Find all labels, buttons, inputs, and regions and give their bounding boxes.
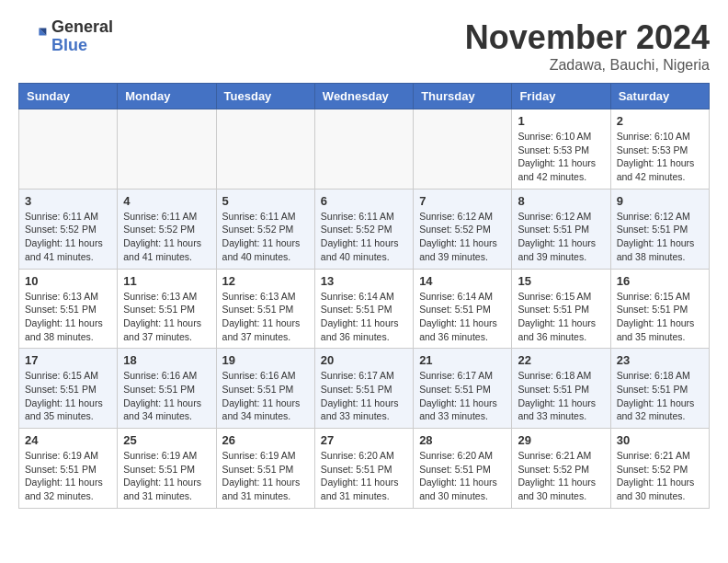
calendar-week-row: 1Sunrise: 6:10 AMSunset: 5:53 PMDaylight… <box>19 109 710 190</box>
calendar-day-cell: 13Sunrise: 6:14 AMSunset: 5:51 PMDayligh… <box>314 269 413 349</box>
calendar-day-cell: 9Sunrise: 6:12 AMSunset: 5:51 PMDaylight… <box>610 189 709 269</box>
calendar-day-cell: 14Sunrise: 6:14 AMSunset: 5:51 PMDayligh… <box>414 269 512 349</box>
day-info: Sunrise: 6:10 AMSunset: 5:53 PMDaylight:… <box>518 130 604 184</box>
day-number: 11 <box>123 274 210 288</box>
calendar-week-row: 10Sunrise: 6:13 AMSunset: 5:51 PMDayligh… <box>19 269 710 349</box>
day-number: 7 <box>419 194 506 208</box>
calendar-day-cell: 25Sunrise: 6:19 AMSunset: 5:51 PMDayligh… <box>118 429 216 509</box>
calendar-day-cell: 22Sunrise: 6:18 AMSunset: 5:51 PMDayligh… <box>512 349 610 429</box>
day-number: 12 <box>222 274 309 288</box>
calendar-week-row: 17Sunrise: 6:15 AMSunset: 5:51 PMDayligh… <box>19 349 710 429</box>
day-info: Sunrise: 6:11 AMSunset: 5:52 PMDaylight:… <box>123 210 210 264</box>
day-number: 13 <box>321 274 407 288</box>
day-info: Sunrise: 6:11 AMSunset: 5:52 PMDaylight:… <box>222 210 309 264</box>
day-number: 22 <box>518 353 604 367</box>
day-info: Sunrise: 6:12 AMSunset: 5:51 PMDaylight:… <box>617 210 703 264</box>
day-info: Sunrise: 6:12 AMSunset: 5:51 PMDaylight:… <box>518 210 604 264</box>
calendar-day-cell: 10Sunrise: 6:13 AMSunset: 5:51 PMDayligh… <box>19 269 118 349</box>
day-number: 10 <box>25 274 111 288</box>
day-info: Sunrise: 6:16 AMSunset: 5:51 PMDaylight:… <box>123 369 210 423</box>
weekday-header-wednesday: Wednesday <box>314 84 413 109</box>
calendar-day-cell <box>118 109 216 190</box>
day-number: 20 <box>321 353 407 367</box>
weekday-header-tuesday: Tuesday <box>216 84 314 109</box>
calendar-day-cell <box>19 109 118 190</box>
day-number: 28 <box>419 433 506 447</box>
day-number: 8 <box>518 194 604 208</box>
weekday-header-thursday: Thursday <box>414 84 512 109</box>
calendar-week-row: 3Sunrise: 6:11 AMSunset: 5:52 PMDaylight… <box>19 189 710 269</box>
month-title: November 2024 <box>465 18 710 57</box>
day-info: Sunrise: 6:15 AMSunset: 5:51 PMDaylight:… <box>518 290 604 344</box>
day-info: Sunrise: 6:16 AMSunset: 5:51 PMDaylight:… <box>222 369 309 423</box>
day-number: 9 <box>617 194 703 208</box>
day-number: 17 <box>25 353 111 367</box>
calendar-day-cell: 27Sunrise: 6:20 AMSunset: 5:51 PMDayligh… <box>314 429 413 509</box>
day-number: 23 <box>617 353 703 367</box>
weekday-header-monday: Monday <box>118 84 216 109</box>
day-number: 25 <box>123 433 210 447</box>
calendar-day-cell: 24Sunrise: 6:19 AMSunset: 5:51 PMDayligh… <box>19 429 118 509</box>
weekday-header-row: SundayMondayTuesdayWednesdayThursdayFrid… <box>19 84 710 109</box>
day-info: Sunrise: 6:19 AMSunset: 5:51 PMDaylight:… <box>222 449 309 503</box>
title-section: November 2024 Zadawa, Bauchi, Nigeria <box>465 18 710 74</box>
day-number: 18 <box>123 353 210 367</box>
day-info: Sunrise: 6:13 AMSunset: 5:51 PMDaylight:… <box>25 290 111 344</box>
svg-rect-0 <box>18 22 48 52</box>
calendar-day-cell: 26Sunrise: 6:19 AMSunset: 5:51 PMDayligh… <box>216 429 314 509</box>
weekday-header-saturday: Saturday <box>610 84 709 109</box>
day-info: Sunrise: 6:17 AMSunset: 5:51 PMDaylight:… <box>321 369 407 423</box>
day-number: 27 <box>321 433 407 447</box>
calendar-day-cell: 16Sunrise: 6:15 AMSunset: 5:51 PMDayligh… <box>610 269 709 349</box>
day-info: Sunrise: 6:19 AMSunset: 5:51 PMDaylight:… <box>25 449 111 503</box>
day-number: 6 <box>321 194 407 208</box>
day-number: 16 <box>617 274 703 288</box>
day-number: 14 <box>419 274 506 288</box>
day-info: Sunrise: 6:17 AMSunset: 5:51 PMDaylight:… <box>419 369 506 423</box>
calendar-day-cell: 21Sunrise: 6:17 AMSunset: 5:51 PMDayligh… <box>414 349 512 429</box>
day-number: 15 <box>518 274 604 288</box>
weekday-header-sunday: Sunday <box>19 84 118 109</box>
day-info: Sunrise: 6:20 AMSunset: 5:51 PMDaylight:… <box>321 449 407 503</box>
calendar-day-cell <box>216 109 314 190</box>
calendar-day-cell: 3Sunrise: 6:11 AMSunset: 5:52 PMDaylight… <box>19 189 118 269</box>
calendar-day-cell: 23Sunrise: 6:18 AMSunset: 5:51 PMDayligh… <box>610 349 709 429</box>
day-info: Sunrise: 6:14 AMSunset: 5:51 PMDaylight:… <box>419 290 506 344</box>
calendar-day-cell: 17Sunrise: 6:15 AMSunset: 5:51 PMDayligh… <box>19 349 118 429</box>
day-info: Sunrise: 6:10 AMSunset: 5:53 PMDaylight:… <box>617 130 703 184</box>
day-number: 30 <box>617 433 703 447</box>
calendar-day-cell: 29Sunrise: 6:21 AMSunset: 5:52 PMDayligh… <box>512 429 610 509</box>
day-info: Sunrise: 6:11 AMSunset: 5:52 PMDaylight:… <box>321 210 407 264</box>
calendar-day-cell: 8Sunrise: 6:12 AMSunset: 5:51 PMDaylight… <box>512 189 610 269</box>
day-info: Sunrise: 6:11 AMSunset: 5:52 PMDaylight:… <box>25 210 111 264</box>
day-number: 21 <box>419 353 506 367</box>
calendar-day-cell: 11Sunrise: 6:13 AMSunset: 5:51 PMDayligh… <box>118 269 216 349</box>
day-info: Sunrise: 6:15 AMSunset: 5:51 PMDaylight:… <box>25 369 111 423</box>
day-number: 3 <box>25 194 111 208</box>
calendar-day-cell: 2Sunrise: 6:10 AMSunset: 5:53 PMDaylight… <box>610 109 709 190</box>
day-info: Sunrise: 6:18 AMSunset: 5:51 PMDaylight:… <box>518 369 604 423</box>
calendar-day-cell: 19Sunrise: 6:16 AMSunset: 5:51 PMDayligh… <box>216 349 314 429</box>
calendar-day-cell: 20Sunrise: 6:17 AMSunset: 5:51 PMDayligh… <box>314 349 413 429</box>
day-info: Sunrise: 6:14 AMSunset: 5:51 PMDaylight:… <box>321 290 407 344</box>
weekday-header-friday: Friday <box>512 84 610 109</box>
day-info: Sunrise: 6:15 AMSunset: 5:51 PMDaylight:… <box>617 290 703 344</box>
day-info: Sunrise: 6:20 AMSunset: 5:51 PMDaylight:… <box>419 449 506 503</box>
day-info: Sunrise: 6:13 AMSunset: 5:51 PMDaylight:… <box>123 290 210 344</box>
location-text: Zadawa, Bauchi, Nigeria <box>465 57 710 74</box>
logo: General Blue <box>18 18 113 55</box>
logo-text: General Blue <box>51 18 113 55</box>
calendar-table: SundayMondayTuesdayWednesdayThursdayFrid… <box>18 83 710 509</box>
calendar-day-cell: 1Sunrise: 6:10 AMSunset: 5:53 PMDaylight… <box>512 109 610 190</box>
logo-blue-text: Blue <box>51 37 113 55</box>
day-number: 26 <box>222 433 309 447</box>
day-info: Sunrise: 6:21 AMSunset: 5:52 PMDaylight:… <box>518 449 604 503</box>
day-number: 2 <box>617 114 703 128</box>
day-info: Sunrise: 6:19 AMSunset: 5:51 PMDaylight:… <box>123 449 210 503</box>
calendar-week-row: 24Sunrise: 6:19 AMSunset: 5:51 PMDayligh… <box>19 429 710 509</box>
logo-icon <box>18 22 48 52</box>
page-header: General Blue November 2024 Zadawa, Bauch… <box>18 18 710 74</box>
calendar-day-cell <box>314 109 413 190</box>
logo-general-text: General <box>51 18 113 37</box>
day-number: 4 <box>123 194 210 208</box>
